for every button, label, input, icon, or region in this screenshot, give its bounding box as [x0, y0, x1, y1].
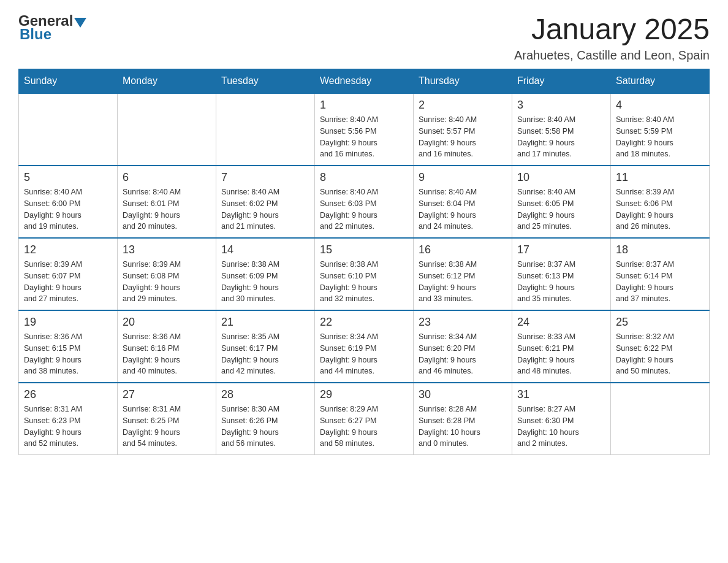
day-number: 20 [123, 316, 211, 329]
calendar-cell: 31Sunrise: 8:27 AM Sunset: 6:30 PM Dayli… [512, 383, 611, 455]
calendar-cell: 13Sunrise: 8:39 AM Sunset: 6:08 PM Dayli… [118, 238, 216, 310]
day-number: 28 [221, 388, 309, 401]
calendar-cell: 19Sunrise: 8:36 AM Sunset: 6:15 PM Dayli… [19, 310, 118, 383]
calendar-week-2: 5Sunrise: 8:40 AM Sunset: 6:00 PM Daylig… [19, 166, 710, 238]
calendar-week-3: 12Sunrise: 8:39 AM Sunset: 6:07 PM Dayli… [19, 238, 710, 310]
day-number: 18 [616, 243, 704, 256]
day-info: Sunrise: 8:40 AM Sunset: 6:00 PM Dayligh… [24, 186, 112, 232]
calendar-cell: 10Sunrise: 8:40 AM Sunset: 6:05 PM Dayli… [512, 166, 611, 238]
calendar-cell: 25Sunrise: 8:32 AM Sunset: 6:22 PM Dayli… [611, 310, 710, 383]
day-info: Sunrise: 8:29 AM Sunset: 6:27 PM Dayligh… [320, 404, 408, 450]
calendar-subtitle: Arahuetes, Castille and Leon, Spain [514, 48, 710, 63]
day-number: 12 [24, 243, 112, 256]
day-number: 19 [24, 316, 112, 329]
day-info: Sunrise: 8:27 AM Sunset: 6:30 PM Dayligh… [517, 404, 605, 450]
day-number: 2 [419, 99, 507, 112]
calendar-cell: 8Sunrise: 8:40 AM Sunset: 6:03 PM Daylig… [315, 166, 414, 238]
day-number: 6 [123, 171, 211, 184]
day-info: Sunrise: 8:31 AM Sunset: 6:23 PM Dayligh… [24, 404, 112, 450]
weekday-header-wednesday: Wednesday [315, 69, 414, 94]
calendar-cell [611, 383, 710, 455]
day-info: Sunrise: 8:35 AM Sunset: 6:17 PM Dayligh… [221, 331, 309, 377]
day-info: Sunrise: 8:40 AM Sunset: 5:59 PM Dayligh… [616, 114, 704, 160]
day-number: 3 [517, 99, 605, 112]
calendar-cell: 29Sunrise: 8:29 AM Sunset: 6:27 PM Dayli… [315, 383, 414, 455]
day-info: Sunrise: 8:36 AM Sunset: 6:16 PM Dayligh… [123, 331, 211, 377]
day-info: Sunrise: 8:33 AM Sunset: 6:21 PM Dayligh… [517, 331, 605, 377]
day-info: Sunrise: 8:40 AM Sunset: 6:05 PM Dayligh… [517, 186, 605, 232]
calendar-cell: 30Sunrise: 8:28 AM Sunset: 6:28 PM Dayli… [414, 383, 512, 455]
calendar-cell [19, 93, 118, 166]
weekday-header-friday: Friday [512, 69, 611, 94]
day-info: Sunrise: 8:36 AM Sunset: 6:15 PM Dayligh… [24, 331, 112, 377]
weekday-header-thursday: Thursday [414, 69, 512, 94]
day-info: Sunrise: 8:37 AM Sunset: 6:13 PM Dayligh… [517, 259, 605, 305]
calendar-cell: 24Sunrise: 8:33 AM Sunset: 6:21 PM Dayli… [512, 310, 611, 383]
weekday-header-saturday: Saturday [611, 69, 710, 94]
day-number: 14 [221, 243, 309, 256]
calendar-cell: 3Sunrise: 8:40 AM Sunset: 5:58 PM Daylig… [512, 93, 611, 166]
day-info: Sunrise: 8:40 AM Sunset: 6:02 PM Dayligh… [221, 186, 309, 232]
day-number: 30 [419, 388, 507, 401]
day-number: 13 [123, 243, 211, 256]
day-info: Sunrise: 8:37 AM Sunset: 6:14 PM Dayligh… [616, 259, 704, 305]
calendar-cell [118, 93, 216, 166]
calendar-cell [216, 93, 315, 166]
calendar-cell: 23Sunrise: 8:34 AM Sunset: 6:20 PM Dayli… [414, 310, 512, 383]
calendar-body: 1Sunrise: 8:40 AM Sunset: 5:56 PM Daylig… [19, 93, 710, 455]
day-number: 17 [517, 243, 605, 256]
day-number: 4 [616, 99, 704, 112]
day-info: Sunrise: 8:39 AM Sunset: 6:07 PM Dayligh… [24, 259, 112, 305]
day-number: 27 [123, 388, 211, 401]
calendar-cell: 14Sunrise: 8:38 AM Sunset: 6:09 PM Dayli… [216, 238, 315, 310]
calendar-week-4: 19Sunrise: 8:36 AM Sunset: 6:15 PM Dayli… [19, 310, 710, 383]
day-info: Sunrise: 8:32 AM Sunset: 6:22 PM Dayligh… [616, 331, 704, 377]
logo-blue-text: Blue [20, 26, 86, 43]
calendar-title: January 2025 [514, 12, 710, 46]
day-number: 9 [419, 171, 507, 184]
day-number: 16 [419, 243, 507, 256]
calendar-cell: 17Sunrise: 8:37 AM Sunset: 6:13 PM Dayli… [512, 238, 611, 310]
calendar-cell: 4Sunrise: 8:40 AM Sunset: 5:59 PM Daylig… [611, 93, 710, 166]
day-info: Sunrise: 8:38 AM Sunset: 6:12 PM Dayligh… [419, 259, 507, 305]
day-number: 21 [221, 316, 309, 329]
calendar-cell: 5Sunrise: 8:40 AM Sunset: 6:00 PM Daylig… [19, 166, 118, 238]
day-number: 1 [320, 99, 408, 112]
day-info: Sunrise: 8:40 AM Sunset: 5:57 PM Dayligh… [419, 114, 507, 160]
day-number: 10 [517, 171, 605, 184]
logo: General Blue [18, 12, 86, 43]
day-number: 15 [320, 243, 408, 256]
day-number: 29 [320, 388, 408, 401]
calendar-cell: 27Sunrise: 8:31 AM Sunset: 6:25 PM Dayli… [118, 383, 216, 455]
calendar-table: SundayMondayTuesdayWednesdayThursdayFrid… [18, 69, 710, 455]
calendar-cell: 9Sunrise: 8:40 AM Sunset: 6:04 PM Daylig… [414, 166, 512, 238]
calendar-cell: 2Sunrise: 8:40 AM Sunset: 5:57 PM Daylig… [414, 93, 512, 166]
weekday-header-sunday: Sunday [19, 69, 118, 94]
calendar-cell: 20Sunrise: 8:36 AM Sunset: 6:16 PM Dayli… [118, 310, 216, 383]
day-info: Sunrise: 8:40 AM Sunset: 6:01 PM Dayligh… [123, 186, 211, 232]
day-info: Sunrise: 8:31 AM Sunset: 6:25 PM Dayligh… [123, 404, 211, 450]
day-info: Sunrise: 8:38 AM Sunset: 6:09 PM Dayligh… [221, 259, 309, 305]
calendar-week-1: 1Sunrise: 8:40 AM Sunset: 5:56 PM Daylig… [19, 93, 710, 166]
calendar-week-5: 26Sunrise: 8:31 AM Sunset: 6:23 PM Dayli… [19, 383, 710, 455]
calendar-cell: 15Sunrise: 8:38 AM Sunset: 6:10 PM Dayli… [315, 238, 414, 310]
day-number: 7 [221, 171, 309, 184]
day-number: 22 [320, 316, 408, 329]
day-info: Sunrise: 8:34 AM Sunset: 6:20 PM Dayligh… [419, 331, 507, 377]
day-info: Sunrise: 8:39 AM Sunset: 6:08 PM Dayligh… [123, 259, 211, 305]
day-info: Sunrise: 8:38 AM Sunset: 6:10 PM Dayligh… [320, 259, 408, 305]
day-info: Sunrise: 8:40 AM Sunset: 5:56 PM Dayligh… [320, 114, 408, 160]
calendar-cell: 22Sunrise: 8:34 AM Sunset: 6:19 PM Dayli… [315, 310, 414, 383]
weekday-header-row: SundayMondayTuesdayWednesdayThursdayFrid… [19, 69, 710, 94]
calendar-cell: 21Sunrise: 8:35 AM Sunset: 6:17 PM Dayli… [216, 310, 315, 383]
day-number: 24 [517, 316, 605, 329]
day-info: Sunrise: 8:30 AM Sunset: 6:26 PM Dayligh… [221, 404, 309, 450]
day-number: 23 [419, 316, 507, 329]
calendar-header: SundayMondayTuesdayWednesdayThursdayFrid… [19, 69, 710, 94]
page-header: General Blue January 2025 Arahuetes, Cas… [18, 12, 710, 63]
day-number: 25 [616, 316, 704, 329]
weekday-header-monday: Monday [118, 69, 216, 94]
day-info: Sunrise: 8:40 AM Sunset: 6:04 PM Dayligh… [419, 186, 507, 232]
day-info: Sunrise: 8:39 AM Sunset: 6:06 PM Dayligh… [616, 186, 704, 232]
calendar-cell: 16Sunrise: 8:38 AM Sunset: 6:12 PM Dayli… [414, 238, 512, 310]
